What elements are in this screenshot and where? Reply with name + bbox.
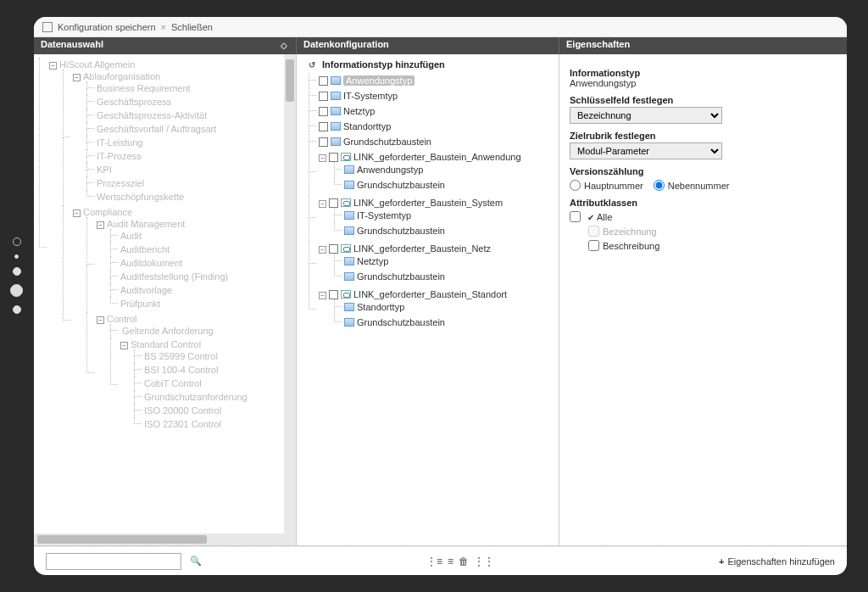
radio-nebennummer[interactable] [654,180,665,191]
tree-node-compliance[interactable]: Compliance [83,207,132,217]
tree-leaf[interactable]: Auditbericht [110,243,281,256]
close-button[interactable]: Schließen [171,22,213,32]
link-child[interactable]: IT-Systemtyp [334,208,554,223]
tree-leaf[interactable]: Auditvorlage [110,283,281,297]
tree-leaf[interactable]: CobiT Control [134,377,281,390]
link-child[interactable]: Standorttyp [334,299,554,315]
select-keyfield[interactable]: Bezeichnung [570,107,722,124]
expander[interactable]: − [319,292,326,299]
checkbox[interactable] [329,198,338,208]
add-properties-button[interactable]: +Eigenschaften hinzufügen [719,556,835,567]
label-keyfield: Schlüsselfeld festlegen [570,95,837,105]
select-target[interactable]: Modul-Parameter [570,142,722,159]
save-config-button[interactable]: Konfiguration speichern [58,22,156,32]
tree-leaf[interactable]: Auditdokument [110,256,281,270]
expander[interactable]: − [319,200,326,208]
tree-leaf[interactable]: Prozessziel [86,176,281,190]
footer-view-icons[interactable]: ⋮≡ ≡ 🗑 ⋮⋮ [210,556,710,567]
checkbox[interactable] [319,107,328,116]
check-bezeichnung [588,226,599,237]
tree-leaf[interactable]: Wertschöpfungskette [86,190,281,204]
tree-node-audit[interactable]: Audit Management [107,219,185,229]
label-attrklassen: Attributklassen [570,198,837,208]
link-child[interactable]: Grundschutzbaustein [334,177,554,193]
panel-data-selection: −HiScout Allgemein −Ablauforganisation B… [34,54,297,545]
v-scrollbar[interactable] [284,54,296,545]
infotype-item[interactable]: Netztyp [309,103,554,119]
checkbox[interactable] [319,137,328,147]
link-child[interactable]: Grundschutzbaustein [334,315,554,330]
tree-leaf[interactable]: Geschäftsprozess-Aktivität [86,109,281,122]
tree-leaf[interactable]: IT-Prozess [86,149,281,163]
check-alle[interactable] [570,211,581,222]
radio-hauptnummer[interactable] [570,180,581,191]
data-selection-tree[interactable]: −HiScout Allgemein −Ablauforganisation B… [34,54,284,545]
infotype-item[interactable]: Grundschutzbaustein [309,134,554,149]
tree-leaf[interactable]: BSI 100-4 Control [134,363,281,377]
infotype-tree[interactable]: AnwendungstypIT-SystemtypNetztypStandort… [297,73,559,338]
type-icon [344,211,354,220]
tree-leaf[interactable]: Grundschutzanforderung [134,390,281,404]
checkbox[interactable] [319,122,328,131]
check-beschreibung[interactable] [588,240,599,251]
search-icon[interactable]: 🔍 [190,556,202,567]
link-node[interactable]: −LINK_geforderter_Baustein_StandortStand… [309,287,554,332]
tree-leaf[interactable]: Business Requirement [86,81,281,95]
link-icon [341,198,351,207]
link-icon [341,244,351,253]
tree-leaf[interactable]: Geltende Anforderung [122,326,214,336]
expander[interactable]: − [319,246,326,254]
label-version: Versionszählung [570,166,837,176]
tree-node-control[interactable]: Control [107,314,136,324]
checkbox[interactable] [319,92,328,101]
tree-leaf[interactable]: Audit [110,229,281,243]
add-infotype-header[interactable]: ↺ Informationstyp hinzufügen [297,54,559,73]
h-scrollbar[interactable] [34,533,284,545]
search-input[interactable] [46,553,181,570]
type-icon [344,303,354,311]
checkbox[interactable] [319,76,328,86]
link-child[interactable]: Netztyp [334,254,554,269]
checkbox[interactable] [329,153,338,162]
infotype-item[interactable]: Standorttyp [309,119,554,134]
toolbar: Konfiguration speichern × Schließen [34,17,847,37]
tree-node-std-control[interactable]: Standard Control [131,339,201,349]
panel-header-right: Eigenschaften [559,37,847,54]
outline-icon[interactable]: ⋮⋮ [474,556,494,567]
link-node[interactable]: −LINK_geforderter_Baustein_AnwendungAnwe… [309,149,554,195]
type-icon [344,272,354,281]
type-icon [344,226,354,235]
tree-node-ablauf[interactable]: Ablauforganisation [83,71,160,81]
footer: 🔍 ⋮≡ ≡ 🗑 ⋮⋮ +Eigenschaften hinzufügen [34,546,847,575]
tree-leaf[interactable]: IT-Leistung [86,136,281,149]
link-icon [341,153,351,161]
tree-leaf[interactable]: Geschäftsvorfall / Auftragsart [86,122,281,136]
tree-leaf[interactable]: KPI [86,163,281,176]
refresh-add-icon: ↺ [309,60,315,70]
type-icon [344,165,354,174]
device-side-buttons [10,237,23,314]
link-child[interactable]: Anwendungstyp [334,162,554,177]
checkbox[interactable] [329,244,338,254]
tree-leaf[interactable]: BS 25999 Control [134,349,281,363]
type-icon [331,76,341,85]
expander[interactable]: − [319,154,326,162]
tree-leaf[interactable]: Auditfeststellung (Finding) [110,270,281,283]
delete-icon[interactable]: 🗑 [459,556,469,567]
infotype-item[interactable]: IT-Systemtyp [309,88,554,103]
infotype-item[interactable]: Anwendungstyp [309,73,554,88]
tree-leaf[interactable]: ISO 20000 Control [134,404,281,417]
tree-leaf[interactable]: Prüfpunkt [110,297,281,310]
list-detail-icon[interactable]: ⋮≡ [426,556,442,567]
tree-leaf[interactable]: Geschäftsprozess [86,95,281,109]
link-node[interactable]: −LINK_geforderter_Baustein_SystemIT-Syst… [309,195,554,241]
type-icon [344,257,354,265]
list-icon[interactable]: ≡ [448,556,453,567]
panel-data-config: ↺ Informationstyp hinzufügen Anwendungst… [297,54,559,545]
link-child[interactable]: Grundschutzbaustein [334,223,554,238]
type-icon [331,92,341,100]
checkbox[interactable] [329,290,338,299]
link-node[interactable]: −LINK_geforderter_Baustein_NetzNetztypGr… [309,241,554,287]
link-child[interactable]: Grundschutzbaustein [334,269,554,284]
tree-leaf[interactable]: ISO 22301 Control [134,417,281,431]
